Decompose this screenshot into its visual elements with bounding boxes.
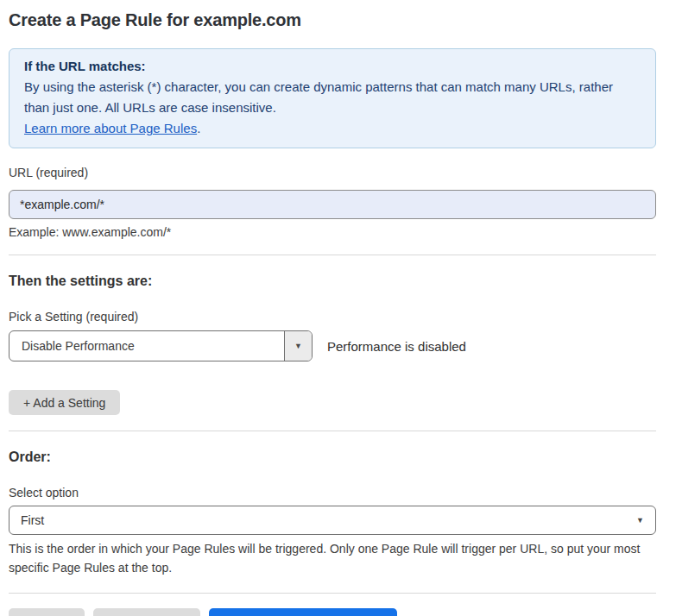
settings-section-heading: Then the settings are:	[9, 273, 656, 289]
order-select-value: First	[21, 513, 44, 527]
learn-more-link[interactable]: Learn more about Page Rules	[24, 121, 197, 135]
divider	[9, 255, 656, 255]
url-match-info-box: If the URL matches: By using the asteris…	[9, 48, 656, 148]
pick-setting-label: Pick a Setting (required)	[9, 310, 656, 324]
info-box-heading: If the URL matches:	[24, 56, 641, 77]
url-field-label: URL (required)	[9, 166, 656, 179]
setting-status-text: Performance is disabled	[327, 339, 466, 354]
order-help-text: This is the order in which your Page Rul…	[9, 539, 656, 577]
divider	[9, 431, 656, 431]
add-setting-button[interactable]: + Add a Setting	[9, 390, 120, 415]
setting-select[interactable]: Disable Performance ▼	[9, 330, 313, 361]
setting-row: Disable Performance ▼ Performance is dis…	[9, 330, 656, 361]
page-title: Create a Page Rule for example.com	[9, 10, 656, 30]
page-rule-form: Create a Page Rule for example.com If th…	[9, 10, 656, 616]
setting-select-arrow-button[interactable]: ▼	[284, 331, 312, 361]
setting-select-value: Disable Performance	[9, 331, 284, 361]
info-box-body: By using the asterisk (*) character, you…	[24, 77, 641, 118]
cancel-button[interactable]: Cancel	[9, 608, 85, 616]
chevron-down-icon: ▼	[294, 342, 302, 350]
save-deploy-button[interactable]: Save and Deploy Page Rule	[209, 608, 397, 616]
order-select[interactable]: First ▼	[9, 506, 656, 535]
chevron-down-icon: ▼	[636, 516, 644, 525]
info-box-link-line: Learn more about Page Rules.	[24, 118, 641, 139]
link-suffix: .	[197, 121, 200, 135]
divider	[9, 593, 656, 594]
save-draft-button[interactable]: Save as Draft	[93, 608, 201, 616]
order-select-label: Select option	[9, 486, 656, 500]
info-box-body-text: By using the asterisk (*) character, you…	[24, 79, 613, 115]
url-example-text: Example: www.example.com/*	[9, 225, 656, 239]
url-input[interactable]	[9, 190, 656, 219]
order-section-heading: Order:	[9, 449, 656, 465]
footer-actions: Cancel Save as Draft Save and Deploy Pag…	[9, 608, 656, 616]
